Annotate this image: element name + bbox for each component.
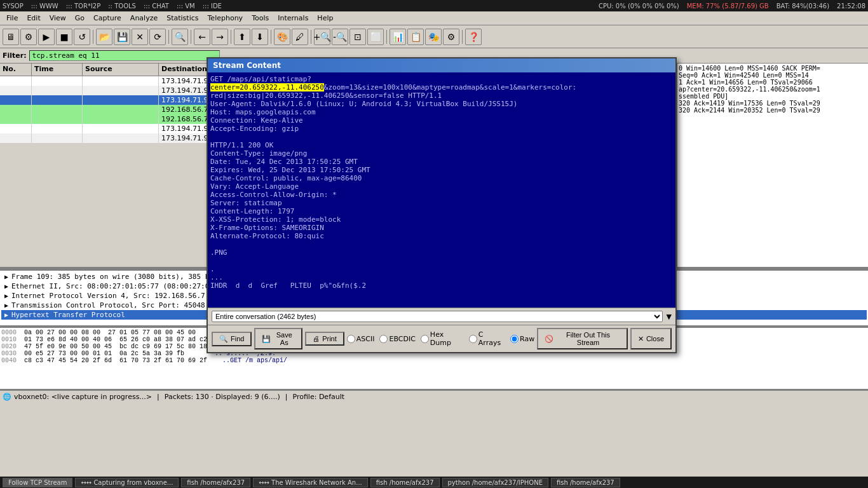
radio-raw-text: Raw	[520, 335, 534, 343]
taskbar: Follow TCP Stream ↔↔ Capturing from vbox…	[0, 477, 868, 488]
stream-get-line: GET /maps/api/staticmap? center=20.65932…	[210, 75, 576, 290]
toolbar-sep-4	[231, 30, 231, 44]
stream-buttons-row: 🔍 Find 💾 Save As 🖨 Print ASCII EBCDIC	[208, 325, 675, 352]
stream-title-text: Stream Content	[213, 61, 281, 70]
tb-find-btn[interactable]: 🔍	[172, 29, 188, 45]
menu-bar: File Edit View Go Capture Analyze Statis…	[0, 11, 868, 25]
tb-coloring-btn[interactable]: 🎭	[425, 29, 442, 45]
tb-jump-btn[interactable]: ⬆	[234, 29, 250, 45]
tb-forward-btn[interactable]: →	[212, 29, 228, 45]
expand-icon-ethernet[interactable]: ▶	[3, 283, 10, 290]
tb-zoom-in-btn[interactable]: +🔍	[314, 29, 330, 45]
right-info-panel: 0 Win=14600 Len=0 MSS=1460 SACK_PERM= Se…	[677, 64, 868, 267]
menu-analyze[interactable]: Analyze	[126, 13, 161, 24]
toolbar: 🖥 ⚙ ▶ ■ ↺ 📂 💾 ✕ ⟳ 🔍 ← → ⬆ ⬇ 🎨 🖊 +🔍 -🔍 ⊡ …	[0, 25, 868, 48]
conversation-select[interactable]: Entire conversation (2462 bytes)	[212, 311, 663, 322]
right-row-3: 1 Ack=1 Win=14656 Len=0 TSval=29066	[679, 79, 867, 86]
menu-tools[interactable]: Tools	[248, 13, 273, 24]
save-icon: 💾	[262, 335, 271, 343]
taskbar-item-python[interactable]: python /home/afx237/IPHONE	[442, 478, 548, 487]
save-as-label: Save As	[273, 331, 295, 346]
expand-icon-ip[interactable]: ▶	[3, 292, 10, 300]
find-button[interactable]: 🔍 Find	[212, 332, 252, 346]
radio-carrays[interactable]	[469, 335, 477, 343]
tb-back-btn[interactable]: ←	[194, 29, 210, 45]
topbar-left: SYSOP ::: WWW ::: TOR*I2P :: TOOLS ::: C…	[3, 3, 222, 10]
topbar-sysop: SYSOP	[3, 3, 24, 10]
stream-dialog-title: Stream Content	[208, 58, 675, 72]
tb-jump-down-btn[interactable]: ⬇	[252, 29, 268, 45]
menu-telephony[interactable]: Telephony	[204, 13, 247, 24]
tb-prefs-btn[interactable]: ⚙	[443, 29, 459, 45]
close-icon: ✕	[638, 335, 644, 343]
tb-zoom-fit-btn[interactable]: ⊡	[349, 29, 366, 45]
tb-save-btn[interactable]: 💾	[114, 29, 130, 45]
taskbar-item-fish3[interactable]: fish /home/afx237	[551, 478, 620, 487]
topbar-ide: ::: IDE	[203, 3, 222, 10]
toolbar-sep-7	[386, 30, 387, 44]
radio-carrays-label[interactable]: C Arrays	[469, 330, 505, 347]
tb-interfaces-btn[interactable]: 🖥	[3, 29, 19, 45]
right-row-6: 320 Ack=1419 Win=17536 Len=0 TSval=29	[679, 100, 867, 107]
topbar-tools: :: TOOLS	[108, 3, 136, 10]
radio-hexdump[interactable]	[421, 335, 429, 343]
tb-stats-btn[interactable]: 📊	[390, 29, 406, 45]
tb-reload-btn[interactable]: ⟳	[149, 29, 166, 45]
right-row-2: Seq=0 Ack=1 Win=42540 Len=0 MSS=14	[679, 72, 867, 79]
menu-edit[interactable]: Edit	[23, 13, 44, 24]
topbar-clock: 21:52:08	[837, 3, 865, 10]
menu-file[interactable]: File	[3, 13, 22, 24]
taskbar-item-follow-tcp[interactable]: Follow TCP Stream	[3, 478, 72, 487]
menu-help[interactable]: Help	[313, 13, 337, 24]
hex-row-4: 0040 c8 c3 47 45 54 20 2f 6d 61 70 73 2f…	[1, 357, 867, 364]
encoding-radio-group: ASCII EBCDIC Hex Dump C Arrays Raw	[347, 330, 534, 347]
tb-zoom-out-btn[interactable]: -🔍	[332, 29, 348, 45]
radio-hexdump-label[interactable]: Hex Dump	[421, 330, 464, 347]
tb-stop-btn[interactable]: ■	[56, 29, 72, 45]
radio-raw-label[interactable]: Raw	[510, 335, 534, 343]
close-button[interactable]: ✕ Close	[630, 328, 672, 349]
col-header-no: No.	[0, 64, 32, 76]
menu-view[interactable]: View	[46, 13, 70, 24]
taskbar-item-fish2[interactable]: fish /home/afx237	[370, 478, 440, 487]
taskbar-item-wireshark[interactable]: ↔↔ The Wireshark Network An...	[253, 478, 368, 487]
radio-ascii[interactable]	[347, 335, 355, 343]
menu-capture[interactable]: Capture	[90, 13, 125, 24]
toolbar-sep-6	[311, 30, 311, 44]
expand-icon-frame[interactable]: ▶	[3, 273, 10, 281]
tb-expert-btn[interactable]: 📋	[407, 29, 424, 45]
tb-restart-btn[interactable]: ↺	[74, 29, 90, 45]
menu-statistics[interactable]: Statistics	[163, 13, 202, 24]
filter-input[interactable]	[29, 50, 220, 61]
toolbar-sep-5	[271, 30, 271, 44]
tb-open-btn[interactable]: 📂	[96, 29, 112, 45]
tb-colorize-btn[interactable]: 🎨	[274, 29, 290, 45]
tb-close-btn[interactable]: ✕	[132, 29, 148, 45]
stream-content-area[interactable]: GET /maps/api/staticmap? center=20.65932…	[208, 72, 675, 308]
print-button[interactable]: 🖨 Print	[305, 332, 344, 346]
expand-icon-tcp[interactable]: ▶	[3, 302, 10, 309]
expand-icon-http[interactable]: ▶	[3, 311, 10, 319]
toolbar-sep-2	[168, 30, 169, 44]
radio-ebcdic[interactable]	[379, 335, 388, 343]
tb-start-btn[interactable]: ▶	[38, 29, 55, 45]
status-packets: Packets: 130 · Displayed: 9 (6....)	[165, 393, 280, 401]
radio-raw[interactable]	[510, 335, 519, 343]
radio-ascii-label[interactable]: ASCII	[347, 335, 375, 343]
topbar-chat: ::: CHAT	[144, 3, 169, 10]
taskbar-item-capture[interactable]: ↔↔ Capturing from vboxne...	[75, 478, 179, 487]
col-header-time: Time	[32, 64, 83, 76]
right-row-4: ap?center=20.659322,-11.406250&zoom=1	[679, 86, 867, 93]
filter-out-button[interactable]: 🚫 Filter Out This Stream	[537, 328, 628, 349]
conversation-dropdown-icon[interactable]: ▼	[667, 313, 672, 321]
tb-zoom-full-btn[interactable]: ⬜	[367, 29, 384, 45]
taskbar-item-fish1[interactable]: fish /home/afx237	[181, 478, 250, 487]
menu-go[interactable]: Go	[71, 13, 88, 24]
tb-colorize2-btn[interactable]: 🖊	[292, 29, 308, 45]
toolbar-sep-1	[93, 30, 93, 44]
menu-internals[interactable]: Internals	[274, 13, 312, 24]
tb-help-btn[interactable]: ❓	[465, 29, 482, 45]
radio-ebcdic-label[interactable]: EBCDIC	[379, 335, 415, 343]
tb-capture-options-btn[interactable]: ⚙	[20, 29, 37, 45]
save-as-button[interactable]: 💾 Save As	[254, 328, 302, 349]
